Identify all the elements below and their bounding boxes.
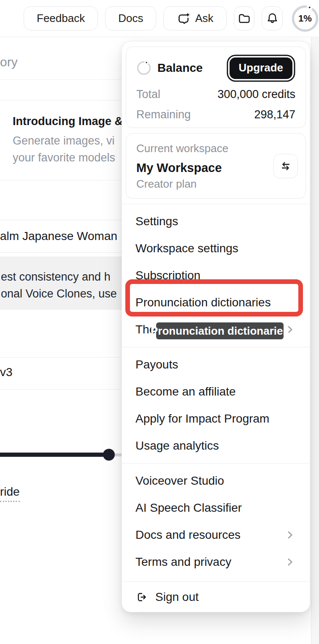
menu-item-voiceover-studio[interactable]: Voiceover Studio (122, 467, 310, 494)
menu-item-terms-privacy[interactable]: Terms and privacy (122, 548, 310, 576)
menu-item-label: Become an affiliate (135, 385, 236, 398)
model-label-partial: v3 (0, 366, 13, 379)
menu-item-label: Voiceover Studio (135, 474, 224, 488)
menu-item-pronunciation-dictionaries[interactable]: Pronunciation dictionaries (122, 289, 310, 316)
balance-progress-ring-icon (136, 60, 151, 76)
topbar: Feedback Docs Ask 1% (0, 0, 319, 37)
menu-item-usage-analytics[interactable]: Usage analytics (122, 432, 310, 459)
notification-title-partial: Introducing Image & (13, 115, 123, 128)
docs-button[interactable]: Docs (105, 6, 156, 30)
menu-item-label: Subscription (135, 269, 200, 282)
banner-line2-partial: onal Voice Clones, use (1, 285, 122, 302)
menu-group-tools: Voiceover Studio AI Speech Classifier Do… (122, 464, 310, 581)
folder-icon (238, 12, 251, 25)
notification-line1-partial: Generate images, vi (13, 134, 115, 147)
remaining-value: 298,147 (254, 108, 295, 121)
balance-title: Balance (157, 61, 203, 75)
menu-item-impact-program[interactable]: Apply for Impact Program (122, 405, 310, 432)
switch-arrows-icon (279, 160, 292, 172)
menu-item-label: Payouts (135, 358, 178, 371)
ask-button-label: Ask (195, 12, 213, 25)
remaining-label: Remaining (136, 108, 191, 121)
menu-item-workspace-settings[interactable]: Workspace settings (122, 235, 310, 262)
workspace-plan: Creator plan (136, 177, 295, 191)
switch-workspace-button[interactable] (273, 154, 298, 178)
chevron-right-icon (284, 557, 295, 568)
menu-item-docs-resources[interactable]: Docs and resources (122, 521, 310, 548)
menu-item-settings[interactable]: Settings (122, 208, 310, 235)
voice-name-partial: alm Japanese Woman (0, 229, 117, 243)
info-banner: est consistency and h onal Voice Clones,… (0, 257, 122, 310)
upgrade-button[interactable]: Upgrade (230, 57, 292, 79)
banner-line1-partial: est consistency and h (1, 268, 122, 285)
page-right-gutter (311, 37, 319, 644)
ask-button[interactable]: Ask (163, 6, 226, 30)
slider-handle[interactable] (103, 449, 115, 461)
bell-icon (266, 12, 279, 25)
history-heading-partial: ory (0, 55, 18, 69)
menu-item-label: Usage analytics (135, 439, 219, 453)
chevron-right-icon (284, 529, 295, 540)
chat-sparkle-icon (176, 12, 190, 25)
projects-folder-button[interactable] (234, 6, 255, 30)
menu-item-label: Docs and resources (135, 528, 241, 542)
menu-item-label: Sign out (155, 590, 199, 604)
menu-item-label: Settings (135, 215, 178, 228)
current-workspace-label: Current workspace (136, 142, 295, 155)
menu-item-label: Apply for Impact Program (135, 412, 269, 426)
total-label: Total (136, 88, 160, 101)
feedback-button[interactable]: Feedback (24, 6, 98, 30)
menu-item-label: Pronunciation dictionaries (135, 296, 271, 309)
menu-item-sign-out[interactable]: Sign out (122, 584, 310, 611)
workspace-name: My Workspace (136, 161, 295, 175)
menu-item-ai-speech-classifier[interactable]: AI Speech Classifier (122, 494, 310, 521)
balance-card: Balance Upgrade Total 300,000 credits Re… (126, 46, 306, 128)
menu-item-payouts[interactable]: Payouts (122, 351, 310, 378)
menu-group-earnings: Payouts Become an affiliate Apply for Im… (122, 347, 310, 463)
menu-group-signout: Sign out (122, 582, 310, 614)
usage-percent-label: 1% (291, 5, 319, 33)
tooltip-text: Pronunciation dictionaries (151, 325, 289, 338)
menu-item-become-affiliate[interactable]: Become an affiliate (122, 378, 310, 405)
tooltip: Pronunciation dictionaries (156, 322, 284, 339)
workspace-card: Current workspace My Workspace Creator p… (126, 133, 306, 199)
notification-line2-partial: your favorite models (13, 151, 115, 164)
override-link-partial[interactable]: ride (0, 485, 20, 502)
sign-out-icon (135, 591, 148, 603)
total-value: 300,000 credits (217, 88, 295, 101)
menu-item-label: Workspace settings (135, 242, 238, 255)
menu-item-subscription[interactable]: Subscription (122, 262, 310, 289)
slider-track-filled[interactable] (0, 453, 109, 457)
usage-progress-ring[interactable]: 1% (291, 5, 319, 33)
menu-item-label: Terms and privacy (135, 555, 231, 569)
notifications-bell-button[interactable] (262, 6, 283, 30)
menu-item-label: AI Speech Classifier (135, 501, 242, 515)
